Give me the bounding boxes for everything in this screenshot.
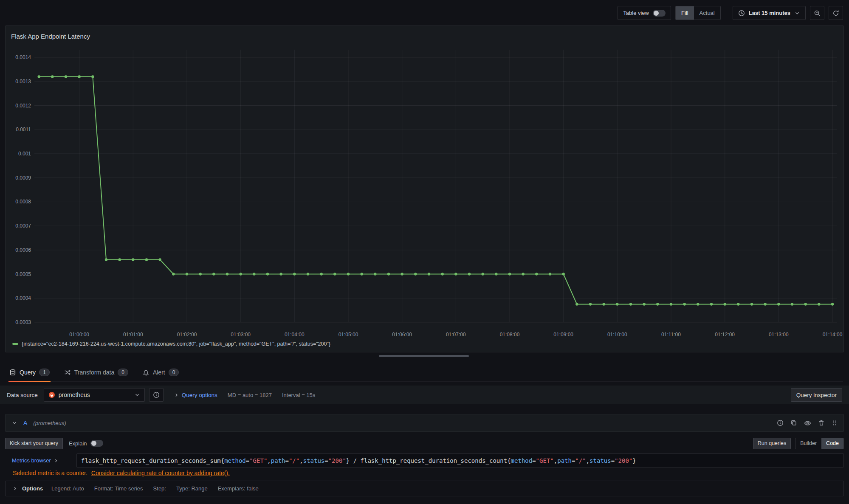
interval-hint: Interval = 15s [282,392,315,398]
chevron-right-icon [12,486,18,491]
kick-start-label: Kick start your query [10,440,58,446]
svg-text:01:08:00: 01:08:00 [500,332,520,338]
explain-label: Explain [69,440,87,447]
editor-tabs: Query 1 Transform data 0 Alert 0 [8,363,843,382]
tab-transform-data[interactable]: Transform data 0 [63,363,129,381]
svg-text:0.0008: 0.0008 [15,199,31,205]
duplicate-query-icon[interactable] [790,420,797,426]
info-circle-icon [153,391,160,398]
table-view-toggle[interactable] [653,10,666,17]
legend-label: {instance="ec2-184-169-216-224.us-west-1… [22,341,330,347]
svg-text:01:03:00: 01:03:00 [231,332,251,338]
svg-text:01:02:00: 01:02:00 [177,332,197,338]
zoom-out-icon [814,10,821,17]
metrics-browser-toggle[interactable]: Metrics browser [5,457,76,464]
svg-text:0.0013: 0.0013 [15,79,31,84]
svg-text:0.0006: 0.0006 [15,247,31,253]
tab-transform-label: Transform data [74,369,114,376]
svg-text:0.0005: 0.0005 [15,271,31,277]
tab-query-badge: 1 [39,369,50,376]
time-range-label: Last 15 minutes [749,10,790,16]
delete-query-trash-icon[interactable] [818,420,825,426]
refresh-button[interactable] [829,6,843,20]
fill-actual-segment: Fill Actual [675,6,721,20]
tab-transform-badge: 0 [118,369,128,376]
query-toolbar: Kick start your query Explain Run querie… [5,437,844,449]
shuffle-icon [64,369,71,376]
builder-code-segment: Builder Code [795,438,844,449]
query-help-icon[interactable] [777,420,784,426]
query-row-header[interactable]: A (prometheus) [5,414,844,432]
query-options-label: Query options [182,392,217,398]
svg-text:01:10:00: 01:10:00 [607,332,627,338]
query-ref-id: A [23,420,27,426]
chevron-right-icon [174,392,179,398]
builder-option[interactable]: Builder [795,438,821,449]
collapse-chevron-icon[interactable] [11,420,17,426]
svg-text:0.0004: 0.0004 [15,295,31,301]
svg-text:01:00:00: 01:00:00 [69,332,89,338]
chevron-down-icon [134,392,140,398]
explain-toggle[interactable] [90,440,103,447]
svg-text:0.0011: 0.0011 [16,127,31,132]
zoom-out-button[interactable] [810,6,824,20]
tab-alert[interactable]: Alert 0 [142,363,180,381]
promql-input[interactable]: flask_http_request_duration_seconds_sum{… [76,453,844,467]
max-data-points-hint: MD = auto = 1827 [228,392,272,398]
chevron-down-icon [794,10,800,16]
explain-control: Explain [69,440,103,447]
drag-handle-icon[interactable] [832,420,838,426]
panel-editor-topbar: Table view Fill Actual Last 15 minutes [618,6,843,20]
query-options-box[interactable]: Options Legend: AutoFormat: Time seriesS… [5,481,844,496]
metrics-browser-label: Metrics browser [12,457,51,464]
clock-icon [738,10,745,17]
svg-text:0.0007: 0.0007 [15,223,31,229]
datasource-row: Data source prometheus Query options MD … [0,386,849,404]
warning-rate-link[interactable]: Consider calculating rate of counter by … [91,470,230,476]
svg-text:01:09:00: 01:09:00 [553,332,573,338]
table-view-label: Table view [623,10,649,16]
run-queries-button[interactable]: Run queries [753,438,791,449]
tab-alert-label: Alert [153,369,165,376]
svg-text:0.0012: 0.0012 [15,103,31,109]
kick-start-query-button[interactable]: Kick start your query [5,438,63,449]
query-editor-row: Metrics browser flask_http_request_durat… [5,453,844,467]
query-datasource-hint: (prometheus) [33,420,66,426]
run-queries-label: Run queries [758,440,786,446]
datasource-name: prometheus [59,391,90,398]
svg-text:01:14:00: 01:14:00 [823,332,843,338]
datasource-select[interactable]: prometheus [44,388,145,402]
disable-query-eye-icon[interactable] [804,420,811,427]
svg-text:0.0003: 0.0003 [15,319,31,325]
svg-text:01:01:00: 01:01:00 [123,332,143,338]
refresh-icon [832,10,839,17]
counter-warning: Selected metric is a counter. Consider c… [13,470,230,476]
active-tab-underline [8,381,51,382]
time-series-panel: Flask App Endpoint Latency 0.00030.00040… [5,25,844,352]
svg-text:0.001: 0.001 [18,151,31,157]
pane-resize-handle[interactable] [379,355,469,357]
svg-text:01:13:00: 01:13:00 [769,332,789,338]
tab-query[interactable]: Query 1 [8,363,51,381]
code-option[interactable]: Code [821,438,843,449]
legend-item[interactable]: {instance="ec2-184-169-216-224.us-west-1… [12,341,330,347]
query-options-toggle[interactable]: Query options [174,392,217,398]
tab-query-label: Query [20,369,36,376]
database-icon [9,369,16,376]
time-range-picker[interactable]: Last 15 minutes [733,6,806,20]
prometheus-logo-icon [48,391,55,398]
svg-text:01:05:00: 01:05:00 [338,332,358,338]
svg-text:0.0014: 0.0014 [15,54,31,60]
actual-option[interactable]: Actual [694,6,720,20]
datasource-help-button[interactable] [149,388,164,402]
latency-chart[interactable]: 0.00030.00040.00050.00060.00070.00080.00… [6,26,844,353]
svg-text:0.0009: 0.0009 [15,175,31,181]
legend-swatch [12,343,18,345]
svg-text:01:07:00: 01:07:00 [446,332,466,338]
svg-text:01:06:00: 01:06:00 [392,332,412,338]
query-inspector-button[interactable]: Query inspector [791,388,842,402]
table-view-group: Table view [618,6,671,20]
fill-option[interactable]: Fill [676,6,694,20]
query-actions [777,420,838,427]
svg-text:01:11:00: 01:11:00 [661,332,681,338]
